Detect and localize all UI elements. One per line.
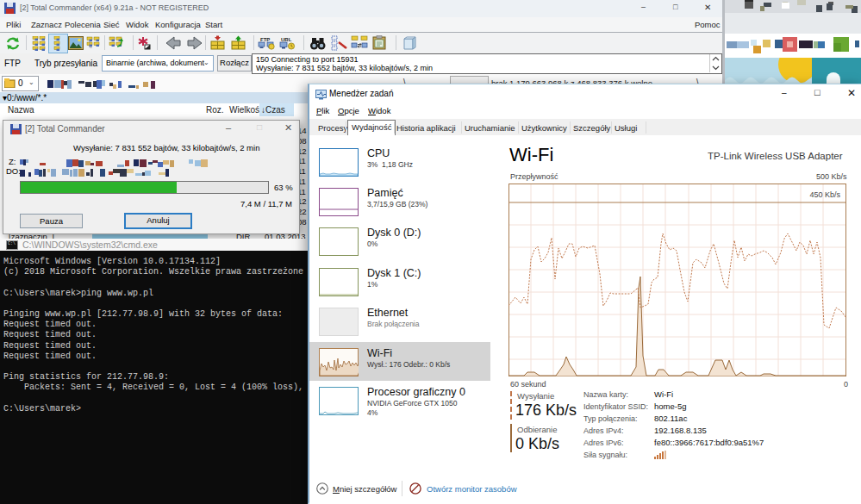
svg-text:450 Kb/s: 450 Kb/s xyxy=(809,190,840,199)
svg-text:URL: URL xyxy=(281,37,292,42)
svg-text:FTP: FTP xyxy=(260,37,270,42)
